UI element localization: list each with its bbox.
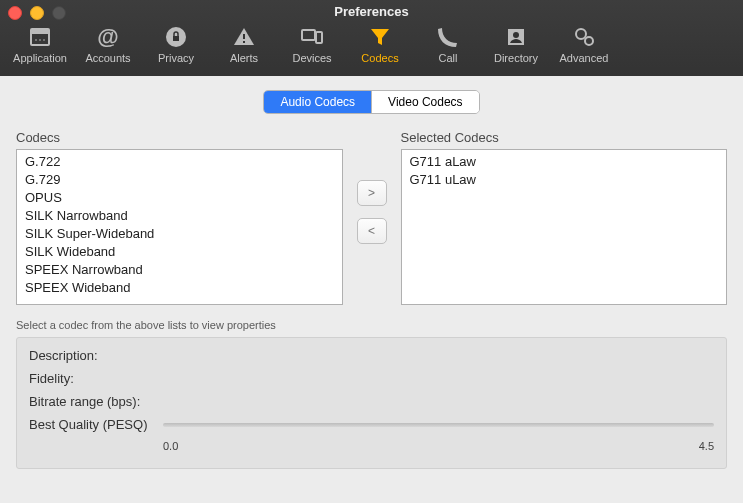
- segment-video-codecs[interactable]: Video Codecs: [371, 91, 479, 113]
- codec-lists: Codecs G.722G.729OPUSSILK NarrowbandSILK…: [10, 130, 733, 305]
- contact-icon: [503, 24, 529, 50]
- tab-label: Directory: [494, 52, 538, 64]
- tab-label: Accounts: [85, 52, 130, 64]
- pesq-slider[interactable]: [163, 423, 714, 427]
- description-label: Description:: [29, 348, 157, 363]
- list-item[interactable]: G.729: [25, 171, 334, 189]
- bitrate-label: Bitrate range (bps):: [29, 394, 157, 409]
- svg-point-3: [39, 39, 41, 41]
- svg-rect-1: [31, 29, 49, 34]
- preferences-body: Audio Codecs Video Codecs Codecs G.722G.…: [0, 76, 743, 503]
- list-item[interactable]: SILK Narrowband: [25, 207, 334, 225]
- svg-point-13: [513, 32, 519, 38]
- svg-point-2: [35, 39, 37, 41]
- tab-application[interactable]: Application: [6, 24, 74, 64]
- tab-directory[interactable]: Directory: [482, 24, 550, 64]
- available-codecs-column: Codecs G.722G.729OPUSSILK NarrowbandSILK…: [16, 130, 343, 305]
- lock-icon: [163, 24, 189, 50]
- list-item[interactable]: G711 uLaw: [410, 171, 719, 189]
- tab-label: Alerts: [230, 52, 258, 64]
- list-item[interactable]: G711 aLaw: [410, 153, 719, 171]
- devices-icon: [299, 24, 325, 50]
- pesq-range: 0.0 4.5: [163, 440, 714, 452]
- available-codecs-label: Codecs: [16, 130, 343, 145]
- at-icon: @: [95, 24, 121, 50]
- tab-label: Devices: [292, 52, 331, 64]
- list-item[interactable]: SILK Wideband: [25, 243, 334, 261]
- properties-box: Description: Fidelity: Bitrate range (bp…: [16, 337, 727, 469]
- svg-rect-10: [302, 30, 315, 40]
- svg-rect-7: [173, 36, 179, 41]
- svg-point-4: [43, 39, 45, 41]
- remove-codec-button[interactable]: <: [357, 218, 387, 244]
- tab-call[interactable]: Call: [414, 24, 482, 64]
- preferences-toolbar: Application @ Accounts Privacy Alerts De…: [0, 24, 743, 64]
- segment-audio-codecs[interactable]: Audio Codecs: [264, 91, 371, 113]
- funnel-icon: [367, 24, 393, 50]
- list-item[interactable]: SPEEX Narrowband: [25, 261, 334, 279]
- svg-point-15: [585, 37, 593, 45]
- svg-rect-11: [316, 32, 322, 43]
- titlebar: Preferences Application @ Accounts Priva…: [0, 0, 743, 76]
- selected-codecs-label: Selected Codecs: [401, 130, 728, 145]
- list-item[interactable]: SILK Super-Wideband: [25, 225, 334, 243]
- list-item[interactable]: G.722: [25, 153, 334, 171]
- available-codecs-listbox[interactable]: G.722G.729OPUSSILK NarrowbandSILK Super-…: [16, 149, 343, 305]
- svg-rect-8: [243, 34, 245, 39]
- tab-alerts[interactable]: Alerts: [210, 24, 278, 64]
- window-title: Preferences: [0, 4, 743, 19]
- pesq-max: 4.5: [699, 440, 714, 452]
- tab-label: Codecs: [361, 52, 398, 64]
- tab-label: Advanced: [560, 52, 609, 64]
- tab-accounts[interactable]: @ Accounts: [74, 24, 142, 64]
- move-buttons: > <: [343, 130, 401, 244]
- tab-label: Privacy: [158, 52, 194, 64]
- tab-devices[interactable]: Devices: [278, 24, 346, 64]
- tab-advanced[interactable]: Advanced: [550, 24, 618, 64]
- list-item[interactable]: OPUS: [25, 189, 334, 207]
- alert-icon: [231, 24, 257, 50]
- codec-properties: Select a codec from the above lists to v…: [16, 319, 727, 469]
- svg-rect-9: [243, 41, 245, 43]
- tab-privacy[interactable]: Privacy: [142, 24, 210, 64]
- tab-label: Call: [439, 52, 458, 64]
- svg-text:@: @: [97, 25, 118, 49]
- gears-icon: [571, 24, 597, 50]
- phone-icon: [435, 24, 461, 50]
- properties-hint: Select a codec from the above lists to v…: [16, 319, 727, 331]
- add-codec-button[interactable]: >: [357, 180, 387, 206]
- list-item[interactable]: SPEEX Wideband: [25, 279, 334, 297]
- fidelity-label: Fidelity:: [29, 371, 157, 386]
- tab-codecs[interactable]: Codecs: [346, 24, 414, 64]
- selected-codecs-listbox[interactable]: G711 aLawG711 uLaw: [401, 149, 728, 305]
- application-icon: [27, 24, 53, 50]
- selected-codecs-column: Selected Codecs G711 aLawG711 uLaw: [401, 130, 728, 305]
- pesq-label: Best Quality (PESQ): [29, 417, 157, 432]
- codec-type-segmented: Audio Codecs Video Codecs: [263, 90, 479, 114]
- tab-label: Application: [13, 52, 67, 64]
- svg-point-14: [576, 29, 586, 39]
- pesq-min: 0.0: [163, 440, 178, 452]
